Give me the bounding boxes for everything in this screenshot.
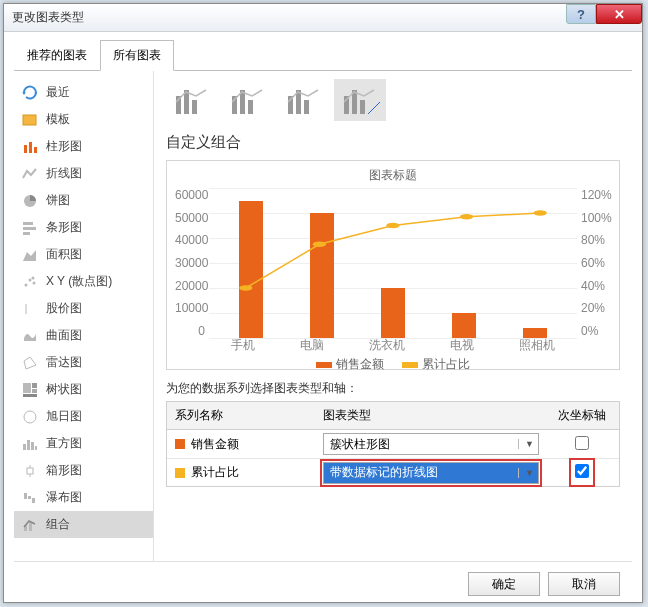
series-swatch (175, 468, 185, 478)
sidebar-item-label: 瀑布图 (46, 489, 82, 506)
svg-rect-0 (23, 115, 36, 125)
svg-point-52 (534, 210, 547, 215)
chart-preview: 图表标题 6000050000400003000020000100000 120… (166, 160, 620, 370)
sidebar-item-label: 最近 (46, 84, 70, 101)
sidebar-item-8[interactable]: 股价图 (14, 295, 153, 322)
sidebar-item-label: 雷达图 (46, 354, 82, 371)
sidebar-item-label: 折线图 (46, 165, 82, 182)
window-title: 更改图表类型 (12, 9, 84, 26)
sidebar-item-label: 曲面图 (46, 327, 82, 344)
sidebar-item-13[interactable]: 直方图 (14, 430, 153, 457)
sidebar-item-label: 股价图 (46, 300, 82, 317)
svg-rect-3 (34, 147, 37, 153)
sidebar-item-4[interactable]: 饼图 (14, 187, 153, 214)
chevron-down-icon: ▼ (518, 439, 534, 449)
tab-all[interactable]: 所有图表 (100, 40, 174, 71)
close-button[interactable]: ✕ (596, 4, 642, 24)
svg-point-48 (239, 285, 252, 290)
svg-rect-6 (23, 227, 36, 230)
chevron-down-icon: ▼ (518, 468, 534, 478)
chart-plot-area: 6000050000400003000020000100000 120%100%… (209, 188, 577, 338)
table-header: 系列名称 图表类型 次坐标轴 (167, 402, 619, 430)
svg-rect-27 (27, 468, 33, 474)
sidebar-item-10[interactable]: 雷达图 (14, 349, 153, 376)
svg-rect-32 (32, 498, 35, 503)
svg-line-47 (368, 102, 380, 114)
sidebar-item-1[interactable]: 模板 (14, 106, 153, 133)
svg-rect-30 (24, 493, 27, 499)
sidebar-item-11[interactable]: 树状图 (14, 376, 153, 403)
x-axis-categories: 手机电脑洗衣机电视照相机 (209, 337, 577, 354)
table-row: 累计占比 带数据标记的折线图▼ (167, 458, 619, 486)
chart-thumb-1[interactable] (222, 79, 274, 121)
help-button[interactable]: ? (566, 4, 596, 24)
chart-legend: 销售金额 累计占比 (177, 356, 609, 373)
ok-button[interactable]: 确定 (468, 572, 540, 596)
svg-rect-19 (32, 389, 37, 393)
chart-thumb-2[interactable] (278, 79, 330, 121)
tab-strip: 推荐的图表 所有图表 (14, 40, 632, 71)
chart-type-select[interactable]: 带数据标记的折线图▼ (323, 462, 539, 484)
histogram-icon (22, 436, 38, 452)
sidebar-item-5[interactable]: 条形图 (14, 214, 153, 241)
svg-point-51 (460, 214, 473, 219)
svg-rect-25 (31, 442, 34, 450)
svg-rect-37 (192, 100, 197, 114)
sidebar-item-label: 面积图 (46, 246, 82, 263)
series-table: 系列名称 图表类型 次坐标轴 销售金额 簇状柱形图▼ 累计占比 带数据标记的折线… (166, 401, 620, 487)
chart-type-select[interactable]: 簇状柱形图▼ (323, 433, 539, 455)
secondary-axis-checkbox[interactable] (575, 436, 589, 450)
sidebar-item-15[interactable]: 瀑布图 (14, 484, 153, 511)
sidebar-item-label: X Y (散点图) (46, 273, 112, 290)
table-row: 销售金额 簇状柱形图▼ (167, 430, 619, 458)
svg-rect-2 (29, 142, 32, 153)
waterfall-icon (22, 490, 38, 506)
box-icon (22, 463, 38, 479)
sidebar-item-6[interactable]: 面积图 (14, 241, 153, 268)
secondary-axis-checkbox[interactable] (575, 464, 589, 478)
chart-line (209, 188, 577, 338)
dialog-window: 更改图表类型 ? ✕ 推荐的图表 所有图表 最近模板柱形图折线图饼图条形图面积图… (3, 3, 643, 603)
cancel-button[interactable]: 取消 (548, 572, 620, 596)
sidebar-item-2[interactable]: 柱形图 (14, 133, 153, 160)
sidebar-item-label: 组合 (46, 516, 70, 533)
svg-rect-17 (23, 383, 31, 393)
sidebar-item-label: 饼图 (46, 192, 70, 209)
svg-point-12 (32, 276, 35, 279)
chart-thumb-0[interactable] (166, 79, 218, 121)
chart-subtype-thumbs (166, 79, 620, 121)
legend-swatch (402, 362, 418, 368)
sidebar-item-label: 旭日图 (46, 408, 82, 425)
sidebar-item-label: 箱形图 (46, 462, 82, 479)
sidebar-item-16[interactable]: 组合 (14, 511, 153, 538)
dialog-buttons: 确定 取消 (14, 561, 632, 606)
line-icon (22, 166, 38, 182)
sidebar-item-12[interactable]: 旭日图 (14, 403, 153, 430)
pie-icon (22, 193, 38, 209)
chart-thumb-3[interactable] (334, 79, 386, 121)
svg-point-9 (25, 283, 28, 286)
section-title: 自定义组合 (166, 133, 620, 152)
svg-point-21 (24, 411, 36, 423)
titlebar: 更改图表类型 ? ✕ (4, 4, 642, 32)
sidebar-item-7[interactable]: X Y (散点图) (14, 268, 153, 295)
series-name-cell: 销售金额 (167, 432, 317, 457)
sidebar-item-label: 条形图 (46, 219, 82, 236)
table-caption: 为您的数据系列选择图表类型和轴： (166, 380, 620, 397)
sidebar-item-9[interactable]: 曲面图 (14, 322, 153, 349)
tab-recommended[interactable]: 推荐的图表 (14, 40, 100, 71)
sidebar-item-label: 柱形图 (46, 138, 82, 155)
chart-title: 图表标题 (177, 167, 609, 184)
svg-rect-23 (23, 444, 26, 450)
sidebar-item-0[interactable]: 最近 (14, 79, 153, 106)
svg-rect-1 (24, 145, 27, 153)
svg-rect-26 (35, 446, 37, 450)
y-axis: 6000050000400003000020000100000 (175, 188, 205, 338)
sidebar-item-3[interactable]: 折线图 (14, 160, 153, 187)
recent-icon (22, 85, 38, 101)
svg-point-49 (313, 242, 326, 247)
sidebar-item-14[interactable]: 箱形图 (14, 457, 153, 484)
column-icon (22, 139, 38, 155)
svg-rect-24 (27, 440, 30, 450)
svg-rect-40 (248, 100, 253, 114)
